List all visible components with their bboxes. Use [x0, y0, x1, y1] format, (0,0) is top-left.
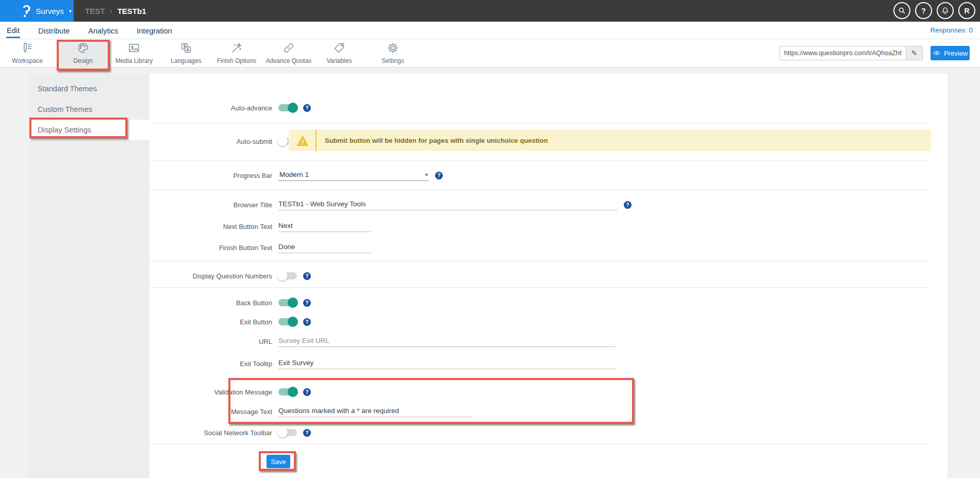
- workspace-icon: [21, 42, 34, 54]
- auto-submit-warning-banner: ! Submit button will be hidden for pages…: [289, 129, 931, 151]
- browser-title-input[interactable]: [278, 199, 618, 210]
- back-button-toggle[interactable]: [278, 299, 297, 306]
- finish-button-text-label: Finish Button Text: [150, 244, 272, 252]
- save-button[interactable]: Save: [267, 455, 290, 468]
- display-question-numbers-toggle[interactable]: [278, 272, 297, 279]
- toolbar-item-languages[interactable]: Languages: [157, 42, 215, 64]
- message-text-input[interactable]: [278, 406, 473, 417]
- section-divider: [150, 189, 931, 190]
- toolbar-item-variables[interactable]: Variables: [310, 42, 368, 64]
- progress-bar-help-icon[interactable]: ?: [435, 172, 443, 179]
- auto-advance-label: Auto-advance: [150, 104, 272, 112]
- exit-button-help-icon[interactable]: ?: [303, 318, 311, 326]
- finish-button-text-input[interactable]: [278, 242, 371, 253]
- gear-icon: [386, 42, 400, 54]
- toggle-knob: [277, 271, 288, 281]
- warning-triangle-icon: !: [296, 135, 309, 146]
- link-icon: [282, 42, 295, 54]
- toggle-knob: [277, 136, 288, 146]
- edit-url-button[interactable]: ✎: [906, 46, 922, 60]
- toggle-knob: [288, 317, 298, 327]
- exit-button-toggle[interactable]: [278, 318, 297, 325]
- toolbar-item-workspace[interactable]: Workspace: [0, 42, 56, 64]
- surveys-menu-label: Surveys: [36, 7, 63, 15]
- exit-tooltip-input[interactable]: [278, 358, 616, 369]
- edit-toolbar: Workspace Design Media Library Languages…: [0, 39, 980, 68]
- auto-advance-help-icon[interactable]: ?: [303, 104, 311, 112]
- tab-edit[interactable]: Edit: [6, 23, 20, 38]
- toggle-knob: [288, 103, 298, 113]
- back-button-help-icon[interactable]: ?: [303, 299, 311, 307]
- search-button[interactable]: [893, 2, 910, 19]
- magic-wand-icon: [230, 42, 243, 54]
- surveys-product-menu[interactable]: Ɂ Surveys ▾: [0, 0, 74, 22]
- next-button-text-label: Next Button Text: [150, 223, 272, 230]
- toggle-knob: [288, 298, 298, 308]
- social-network-toolbar-label: Social Network Toolbar: [150, 429, 272, 437]
- tag-icon: [333, 42, 346, 54]
- toolbar-item-design[interactable]: Design: [54, 42, 112, 64]
- exit-tooltip-label: Exit Tooltip: [150, 360, 272, 368]
- auto-advance-toggle[interactable]: [278, 104, 297, 111]
- tab-distribute[interactable]: Distribute: [38, 23, 70, 37]
- validation-message-help-icon[interactable]: ?: [303, 388, 311, 396]
- header-action-icons: ? R: [893, 2, 975, 19]
- user-avatar[interactable]: R: [958, 2, 975, 19]
- toolbar-item-finish-options[interactable]: Finish Options: [208, 42, 265, 64]
- top-header-bar: Ɂ Surveys ▾ TEST › TESTb1 ? R: [0, 0, 980, 22]
- toolbar-item-advance-quotas[interactable]: Advance Quotas: [260, 42, 318, 64]
- tab-analytics[interactable]: Analytics: [88, 23, 119, 37]
- responses-counter[interactable]: Responses: 0: [930, 22, 973, 39]
- progress-bar-value: Modern 1: [279, 171, 309, 178]
- auto-submit-label: Auto-submit: [150, 138, 272, 145]
- sidebar-item-standard-themes[interactable]: Standard Themes: [29, 78, 150, 99]
- toggle-knob: [277, 427, 288, 438]
- chevron-down-icon: ▾: [425, 172, 428, 177]
- progress-bar-label: Progress Bar: [150, 172, 272, 179]
- warning-text: Submit button will be hidden for pages w…: [325, 137, 548, 144]
- breadcrumb: TEST › TESTb1: [85, 0, 146, 22]
- warning-separator: [315, 129, 317, 151]
- sidebar-item-custom-themes[interactable]: Custom Themes: [29, 99, 150, 120]
- social-network-toolbar-help-icon[interactable]: ?: [303, 429, 311, 437]
- next-button-text-input[interactable]: [278, 221, 371, 232]
- questionpro-logo-icon: Ɂ: [23, 5, 30, 15]
- survey-link-box: ✎: [779, 46, 923, 60]
- section-divider: [150, 123, 931, 123]
- preview-label: Preview: [944, 50, 968, 57]
- browser-title-help-icon[interactable]: ?: [624, 201, 632, 209]
- section-divider: [150, 261, 931, 261]
- exit-button-label: Exit Button: [150, 318, 272, 326]
- validation-message-toggle[interactable]: [278, 388, 297, 395]
- tab-integration[interactable]: Integration: [136, 23, 173, 37]
- help-icon: ?: [921, 7, 926, 15]
- exit-url-input[interactable]: [278, 336, 616, 347]
- section-divider: [150, 287, 931, 288]
- display-question-numbers-help-icon[interactable]: ?: [303, 272, 311, 280]
- validation-message-label: Validation Message: [150, 388, 272, 396]
- breadcrumb-folder[interactable]: TEST: [85, 7, 105, 15]
- toolbar-item-media-library[interactable]: Media Library: [105, 42, 163, 64]
- design-settings-card: Standard Themes Custom Themes Display Se…: [29, 74, 948, 478]
- survey-nav-tabs: Edit Distribute Analytics Integration Re…: [0, 22, 980, 39]
- social-network-toolbar-toggle[interactable]: [278, 429, 297, 436]
- search-icon: [898, 6, 906, 15]
- svg-text:!: !: [302, 138, 304, 145]
- toggle-knob: [288, 387, 298, 397]
- toolbar-item-settings[interactable]: Settings: [364, 42, 422, 64]
- sidebar-item-display-settings[interactable]: Display Settings: [29, 120, 150, 140]
- image-icon: [127, 42, 141, 54]
- breadcrumb-separator-icon: ›: [110, 7, 112, 15]
- bell-icon: [941, 6, 950, 15]
- themes-sidebar: Standard Themes Custom Themes Display Se…: [29, 74, 150, 478]
- message-text-label: Message Text: [150, 408, 272, 416]
- notifications-button[interactable]: [937, 2, 954, 19]
- preview-button[interactable]: Preview: [931, 46, 970, 60]
- survey-url-input[interactable]: [780, 46, 906, 60]
- section-divider: [150, 160, 931, 161]
- back-button-label: Back Button: [150, 299, 272, 307]
- progress-bar-select[interactable]: Modern 1 ▾: [278, 170, 429, 181]
- help-button[interactable]: ?: [915, 2, 932, 19]
- chevron-down-icon: ▾: [69, 8, 72, 14]
- palette-icon: [76, 42, 90, 54]
